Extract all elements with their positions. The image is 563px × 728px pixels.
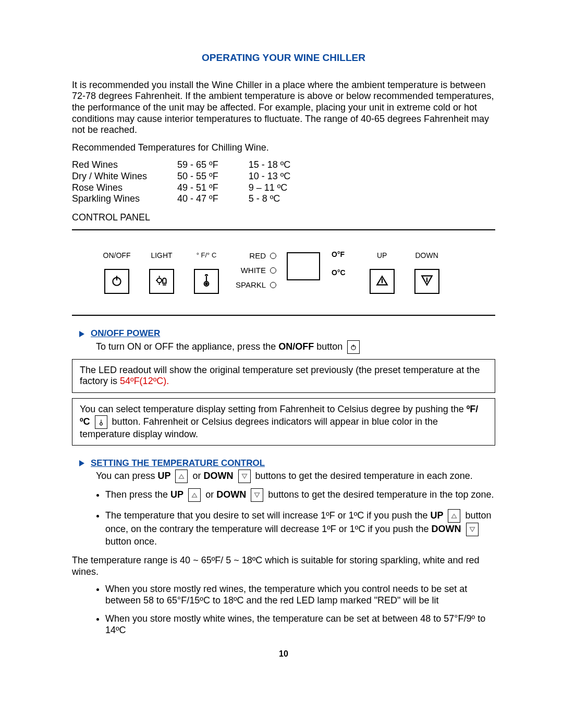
intro-paragraph: It is recommended you install the Wine C…	[72, 80, 495, 136]
table-row: Sparkling Wines 40 - 47 ºF 5 - 8 ºC	[72, 193, 300, 205]
svg-point-9	[205, 282, 207, 284]
temperature-table: Red Wines 59 - 65 ºF 15 - 18 ºC Dry / Wh…	[72, 159, 300, 204]
setting-heading: SETTING THE TEMPERATURE CONTROL	[91, 458, 265, 468]
table-row: Red Wines 59 - 65 ºF 15 - 18 ºC	[72, 159, 300, 171]
white-led-label: WHITE	[236, 266, 266, 275]
recommend-label: Recommended Temperatures for Chilling Wi…	[72, 142, 495, 154]
onoff-heading: ON/OFF POWER	[91, 328, 160, 339]
up-triangle-icon	[375, 274, 389, 290]
bullet-arrow-icon	[79, 460, 84, 466]
down-label: DOWN	[415, 251, 438, 260]
divider	[72, 315, 495, 316]
control-panel-diagram: ON/OFF LIGHT	[72, 230, 495, 315]
light-label: LIGHT	[151, 251, 172, 260]
red-led	[270, 253, 276, 259]
svg-marker-20	[254, 493, 259, 497]
white-led	[270, 267, 276, 274]
up-triangle-icon-inline	[175, 470, 188, 483]
up-triangle-icon-inline	[448, 509, 460, 523]
down-triangle-icon-inline	[466, 523, 479, 536]
svg-marker-17	[179, 475, 184, 479]
fc-button[interactable]	[194, 269, 219, 294]
svg-marker-18	[242, 474, 247, 478]
table-row: Dry / White Wines 50 - 55 ºF 10 - 13 ºC	[72, 171, 300, 182]
svg-marker-22	[470, 527, 474, 532]
sparkl-led-label: SPARKL	[236, 280, 266, 290]
up-button[interactable]	[370, 269, 395, 294]
bullet-arrow-icon	[79, 331, 84, 337]
down-triangle-icon-inline	[238, 470, 251, 483]
onoff-instruction: To turn ON or OFF the appliance, press t…	[96, 340, 495, 354]
page-number: 10	[72, 649, 495, 659]
power-icon-inline	[347, 340, 360, 354]
setting-instruction: You can press UP or DOWN buttons to get …	[96, 470, 495, 483]
note-box-preset: The LED readout will show the original t…	[72, 359, 495, 393]
thermometer-icon	[200, 274, 213, 290]
range-paragraph: The temperature range is 40 ~ 65ºF/ 5 ~ …	[72, 555, 495, 577]
f-indicator: O°F	[332, 250, 345, 259]
c-indicator: O°C	[332, 268, 346, 277]
page-title: OPERATING YOUR WINE CHILLER	[72, 52, 495, 64]
power-icon	[110, 274, 124, 290]
light-icon	[155, 274, 168, 290]
svg-point-16	[100, 423, 102, 425]
red-led-label: RED	[236, 251, 266, 261]
down-triangle-icon-inline	[251, 488, 263, 502]
bullet-item: When you store mostly white wines, the t…	[105, 613, 495, 636]
temperature-display	[287, 252, 320, 280]
light-button[interactable]	[149, 269, 174, 294]
down-triangle-icon	[420, 274, 434, 290]
svg-marker-19	[192, 493, 197, 498]
bullet-item: When you store mostly red wines, the tem…	[105, 584, 495, 606]
thermometer-icon-inline	[95, 415, 107, 429]
svg-marker-21	[452, 514, 457, 519]
svg-point-2	[157, 278, 162, 282]
sparkl-led	[270, 282, 276, 288]
up-triangle-icon-inline	[188, 488, 201, 502]
bullet-item: The temperature that you desire to set w…	[105, 509, 495, 548]
power-button[interactable]	[104, 269, 129, 294]
fc-label: ° F/° C	[197, 251, 217, 260]
up-label: UP	[377, 251, 387, 260]
onoff-label: ON/OFF	[103, 251, 131, 260]
table-row: Rose Wines 49 - 51 ºF 9 – 11 ºC	[72, 182, 300, 194]
down-button[interactable]	[414, 269, 439, 294]
control-panel-label: CONTROL PANEL	[72, 212, 495, 224]
note-box-fc: You can select temperature display setti…	[72, 398, 495, 446]
bullet-item: Then press the UP or DOWN buttons to get…	[105, 488, 495, 502]
